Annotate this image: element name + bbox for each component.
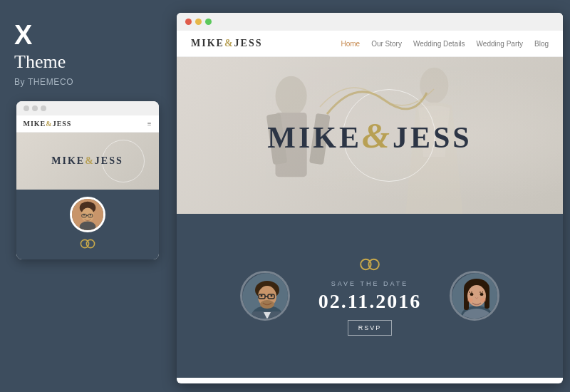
svg-point-7 [83,215,85,216]
nav-blog[interactable]: Blog [534,40,549,48]
svg-point-8 [89,215,90,216]
mobile-dot-1 [24,105,29,111]
mobile-hero-title: MIKE&JESS [51,155,123,167]
svg-point-35 [467,285,486,306]
theme-label: Theme [14,51,160,73]
svg-point-38 [470,293,474,296]
mobile-nav: MIKE&JESS ≡ [16,115,159,133]
desktop-window-bar [177,13,563,31]
mobile-dot-2 [32,105,38,111]
mobile-window-bar [16,101,159,115]
svg-point-6 [79,221,95,232]
mobile-rings-icon [79,238,96,252]
wedding-date: 02.11.2016 [318,290,421,313]
svg-point-29 [368,259,378,269]
desktop-preview: MIKE&JESS Home Our Story Wedding Details… [177,13,563,383]
svg-point-27 [270,295,272,297]
desktop-avatar-female [450,271,499,321]
mobile-logo: MIKE&JESS [24,120,72,128]
window-dot-yellow [195,19,202,25]
desktop-avatar-male [240,271,290,321]
mobile-dot-3 [41,105,46,111]
svg-point-2 [81,208,94,222]
desktop-nav-links: Home Our Story Wedding Details Wedding P… [341,40,549,48]
left-panel: X Theme By THEMECO MIKE&JESS ≡ MIKE&JESS [0,0,175,392]
by-label: By THEMECO [14,77,160,87]
nav-our-story[interactable]: Our Story [371,40,402,48]
rsvp-button[interactable]: RSVP [348,320,393,336]
rings-icon [318,257,421,276]
window-dot-green [205,19,212,25]
mobile-hamburger-icon[interactable]: ≡ [147,120,152,128]
save-the-date-text: SAVE THE DATE [318,280,421,287]
svg-point-26 [260,295,262,297]
x-logo: X [14,21,160,48]
desktop-nav: MIKE&JESS Home Our Story Wedding Details… [177,31,563,57]
mobile-preview: MIKE&JESS ≡ MIKE&JESS [16,101,159,259]
nav-home[interactable]: Home [341,40,360,48]
save-date-content: SAVE THE DATE 02.11.2016 RSVP [318,257,421,336]
nav-wedding-party[interactable]: Wedding Party [477,40,523,48]
svg-point-36 [467,298,473,302]
mobile-hero: MIKE&JESS [16,133,159,190]
desktop-hero-title: MIKE&JESS [267,115,472,156]
svg-point-37 [480,298,486,302]
mobile-avatar-male [70,197,105,232]
desktop-hero: MIKE&JESS [177,57,563,214]
window-dot-red [185,19,192,25]
svg-point-39 [480,293,484,296]
svg-point-10 [86,239,94,247]
nav-wedding-details[interactable]: Wedding Details [413,40,465,48]
mobile-bottom-section [16,190,159,259]
desktop-save-date-section: SAVE THE DATE 02.11.2016 RSVP [177,214,563,378]
desktop-logo: MIKE&JESS [191,38,262,49]
